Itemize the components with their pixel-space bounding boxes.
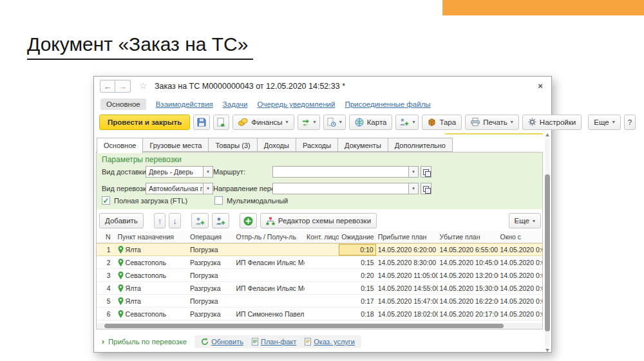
- multimodal-checkbox[interactable]: Мультимодальный: [214, 196, 288, 205]
- direction-combo[interactable]: ▾: [272, 183, 431, 194]
- nav-link-attached-files[interactable]: Присоединенные файлы: [345, 100, 430, 108]
- related-actions-button[interactable]: ▾: [298, 115, 320, 130]
- cell-departure[interactable]: 14.05.2020 10:45:00: [438, 259, 498, 266]
- cell-operation[interactable]: Разгрузка: [188, 310, 234, 318]
- col-window-from[interactable]: Окно с: [498, 231, 543, 243]
- cell-n[interactable]: 2: [97, 259, 116, 266]
- contact-persons-button[interactable]: ▾: [395, 115, 419, 130]
- chevron-down-icon[interactable]: ▾: [409, 183, 419, 194]
- ftl-checkbox[interactable]: ✓ Полная загрузка (FTL): [102, 196, 187, 205]
- cell-waiting-focused[interactable]: 0:10: [339, 244, 376, 255]
- cell-arrival[interactable]: 14.05.2020 11:05:00: [376, 272, 438, 279]
- route-combo[interactable]: ▾: [272, 166, 431, 178]
- post-document-button[interactable]: [213, 115, 229, 130]
- route-value[interactable]: [272, 166, 409, 178]
- table-row[interactable]: 4 Ялта Разгрузка ИП Феласин Ильяс Мех...…: [97, 282, 542, 295]
- cell-window-from[interactable]: 14.05.2020 0:00:: [498, 284, 543, 292]
- col-n[interactable]: N: [97, 231, 116, 243]
- cell-arrival[interactable]: 14.05.2020 15:47:00: [376, 297, 438, 305]
- nav-link-tasks[interactable]: Задачи: [223, 100, 248, 108]
- profit-expander[interactable]: › Прибыль по перевозке: [102, 337, 187, 346]
- horizontal-scrollbar[interactable]: [97, 323, 542, 329]
- transport-type-combo[interactable]: Автомобильная грузовая ▾: [146, 183, 213, 194]
- chevron-down-icon[interactable]: ▾: [409, 166, 419, 178]
- cell-sender[interactable]: ИП Симоненко Павел И...: [234, 310, 305, 318]
- col-arrival-plan[interactable]: Прибытие план: [376, 231, 438, 243]
- cell-operation[interactable]: Погрузка: [188, 272, 234, 279]
- cell-point[interactable]: Ялта: [116, 297, 188, 305]
- cell-waiting[interactable]: 0:15: [339, 284, 376, 292]
- checkbox-empty-icon[interactable]: [214, 196, 223, 205]
- refresh-link[interactable]: Обновить: [201, 338, 243, 346]
- cell-arrival[interactable]: 14.05.2020 18:02:00: [376, 310, 438, 318]
- open-direction-button[interactable]: [421, 183, 431, 194]
- vertical-scrollbar[interactable]: [545, 138, 550, 347]
- cell-window-from[interactable]: 14.05.2020 0:00:: [498, 259, 543, 266]
- move-up-button[interactable]: ↑: [154, 213, 166, 228]
- cell-departure[interactable]: 14.05.2020 6:55:00: [438, 246, 498, 254]
- help-button[interactable]: ?: [624, 115, 636, 130]
- table-row[interactable]: 6 Севастополь Разгрузка ИП Симоненко Пав…: [97, 308, 542, 320]
- chevron-down-icon[interactable]: ▾: [204, 183, 213, 194]
- nav-link-notification-queue[interactable]: Очередь уведомлений: [257, 100, 335, 108]
- close-button[interactable]: ×: [535, 80, 546, 91]
- table-row[interactable]: 2 Севастополь Разгрузка ИП Феласин Ильяс…: [97, 256, 542, 269]
- nav-link-interactions[interactable]: Взаимодействия: [156, 100, 213, 108]
- forward-button[interactable]: →: [115, 80, 131, 93]
- delivery-type-combo[interactable]: Дверь - Дверь ▾: [146, 166, 213, 178]
- document-history-button[interactable]: ▾: [323, 115, 346, 130]
- chevron-down-icon[interactable]: ▾: [204, 166, 213, 178]
- col-departure-plan[interactable]: Убытие план: [438, 231, 498, 243]
- delivery-type-value[interactable]: Дверь - Дверь: [146, 166, 204, 178]
- plan-fact-link[interactable]: План-факт: [252, 338, 296, 346]
- cell-n[interactable]: 5: [97, 297, 116, 305]
- print-button[interactable]: Печать ▾: [465, 115, 519, 130]
- cell-arrival[interactable]: 14.05.2020 8:30:00: [376, 259, 438, 266]
- cell-window-from[interactable]: 14.05.2020 0:00:: [498, 272, 543, 279]
- tab-main[interactable]: Основное: [97, 138, 143, 153]
- tab-additional[interactable]: Дополнительно: [388, 138, 453, 152]
- cell-waiting[interactable]: 0:18: [339, 310, 376, 318]
- cell-operation[interactable]: Погрузка: [188, 297, 234, 305]
- favorite-star-icon[interactable]: ☆: [139, 80, 147, 91]
- tab-goods[interactable]: Товары (3): [208, 138, 257, 152]
- col-operation[interactable]: Операция: [188, 231, 234, 243]
- cell-departure[interactable]: 14.05.2020 15:30:00: [438, 284, 498, 292]
- table-more-button[interactable]: Еще ▾: [509, 213, 541, 228]
- tab-documents[interactable]: Документы: [337, 138, 388, 152]
- cell-n[interactable]: 3: [97, 272, 116, 279]
- cell-window-from[interactable]: 14.05.2020 0:00:: [498, 246, 542, 254]
- scroll-up-icon[interactable]: [545, 133, 549, 136]
- cell-waiting[interactable]: 0:20: [339, 272, 376, 279]
- cell-n[interactable]: 1: [97, 246, 116, 254]
- col-sender[interactable]: Отпр-ль / Получ-ль: [234, 231, 305, 243]
- save-button[interactable]: [193, 115, 210, 130]
- cell-point[interactable]: Ялта: [116, 246, 188, 254]
- cell-departure[interactable]: 14.05.2020 20:17:00: [438, 310, 498, 318]
- add-contact-button[interactable]: [212, 213, 229, 228]
- checkbox-check-icon[interactable]: ✓: [102, 196, 110, 205]
- cell-waiting[interactable]: 0:15: [339, 259, 376, 266]
- cell-sender[interactable]: ИП Феласин Ильяс Мех...: [234, 259, 305, 266]
- cell-n[interactable]: 4: [97, 284, 116, 292]
- table-row[interactable]: 3 Севастополь Погрузка 0:20 14.05.2020 1…: [97, 269, 542, 282]
- col-contact[interactable]: Конт. лицо: [305, 231, 339, 243]
- cell-arrival[interactable]: 14.05.2020 6:20:00: [376, 246, 438, 254]
- open-route-button[interactable]: [421, 166, 431, 178]
- move-down-button[interactable]: ↓: [169, 213, 181, 228]
- cell-window-from[interactable]: 14.05.2020 0:00:: [498, 297, 543, 305]
- cell-operation[interactable]: Разгрузка: [188, 284, 234, 292]
- scrollbar-thumb[interactable]: [104, 324, 504, 328]
- cell-departure[interactable]: 14.05.2020 16:22:00: [438, 297, 498, 305]
- finances-button[interactable]: Финансы ▾: [232, 115, 294, 130]
- scrollbar-thumb[interactable]: [545, 174, 550, 331]
- services-link[interactable]: Оказ. услуги: [305, 338, 355, 346]
- tab-income[interactable]: Доходы: [257, 138, 296, 152]
- add-sender-button[interactable]: [191, 213, 209, 228]
- direction-value[interactable]: [272, 183, 409, 194]
- cell-n[interactable]: 6: [97, 310, 116, 318]
- table-row[interactable]: 1 Ялта Погрузка 0:10 14.05.2020 6:20:00 …: [97, 243, 542, 256]
- cell-point[interactable]: Ялта: [116, 284, 188, 292]
- route-scheme-editor-button[interactable]: Редактор схемы перевозки: [260, 213, 377, 228]
- tara-button[interactable]: Тара: [422, 115, 462, 130]
